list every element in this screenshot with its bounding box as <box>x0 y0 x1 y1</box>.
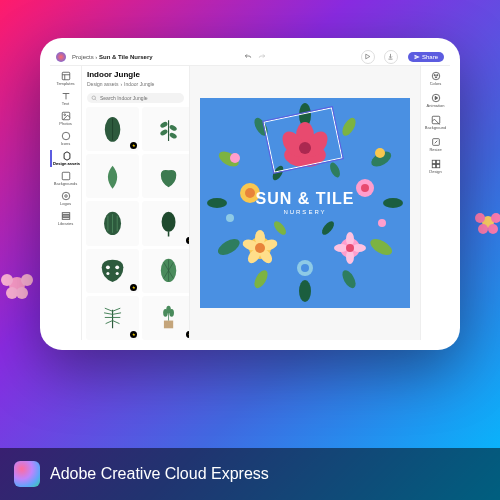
svg-rect-20 <box>62 218 70 220</box>
top-bar: Projects › Sun & Tile Nursery Share <box>50 48 450 66</box>
send-icon <box>414 54 420 60</box>
asset-item[interactable] <box>142 249 189 293</box>
asset-item[interactable] <box>142 296 189 340</box>
svg-point-26 <box>169 131 178 139</box>
svg-point-69 <box>346 232 354 246</box>
asset-item[interactable] <box>142 154 189 198</box>
undo-button[interactable] <box>244 53 252 61</box>
svg-rect-19 <box>62 215 70 217</box>
asset-item[interactable] <box>86 296 139 340</box>
rail-design-assets[interactable]: Design assets <box>50 150 81 167</box>
deco-flower-icon <box>466 200 500 244</box>
svg-point-46 <box>215 236 242 258</box>
rail-backgrounds[interactable]: Backgrounds <box>50 170 81 187</box>
rail-logos[interactable]: Logos <box>50 190 81 207</box>
svg-point-25 <box>159 128 168 136</box>
premium-badge-icon <box>130 142 137 149</box>
asset-item[interactable] <box>142 107 189 151</box>
svg-point-32 <box>116 272 119 275</box>
asset-item[interactable] <box>86 154 139 198</box>
svg-rect-93 <box>436 160 439 163</box>
brand-sub: NURSERY <box>256 209 355 215</box>
svg-point-81 <box>328 161 342 179</box>
svg-point-78 <box>226 214 234 222</box>
app-screen: Projects › Sun & Tile Nursery Share <box>50 48 450 340</box>
svg-point-8 <box>478 224 488 234</box>
canvas-brand-text[interactable]: SUN & TILE NURSERY <box>256 191 355 215</box>
promo-background: Projects › Sun & Tile Nursery Share <box>0 0 500 500</box>
svg-point-28 <box>162 212 176 232</box>
asset-item[interactable] <box>86 107 139 151</box>
breadcrumb[interactable]: Projects › Sun & Tile Nursery <box>72 54 153 60</box>
svg-point-44 <box>299 280 311 302</box>
svg-point-87 <box>435 77 436 78</box>
svg-point-58 <box>245 188 255 198</box>
redo-button[interactable] <box>258 53 266 61</box>
svg-point-37 <box>166 306 171 314</box>
premium-badge-icon <box>130 331 137 338</box>
preview-button[interactable] <box>361 50 375 64</box>
svg-rect-92 <box>432 160 435 163</box>
rail-text[interactable]: Text <box>50 90 81 107</box>
breadcrumb-root[interactable]: Projects <box>72 54 94 60</box>
svg-point-4 <box>16 287 28 299</box>
assets-breadcrumb[interactable]: Design assets › Indoor Jungle <box>87 81 184 87</box>
svg-point-13 <box>63 114 65 116</box>
canvas[interactable]: SUN & TILE NURSERY <box>200 98 410 308</box>
asset-item[interactable] <box>142 201 189 245</box>
left-rail: Templates Text Photos Icons Design asset… <box>50 66 82 340</box>
brand-main: SUN & TILE <box>256 191 355 207</box>
premium-badge-icon <box>186 331 189 338</box>
svg-point-79 <box>378 219 386 227</box>
svg-point-31 <box>106 272 109 275</box>
svg-point-73 <box>346 244 354 252</box>
svg-point-30 <box>115 266 119 270</box>
svg-point-43 <box>340 268 359 290</box>
rail-icons[interactable]: Icons <box>50 130 81 147</box>
svg-point-71 <box>346 250 354 264</box>
breadcrumb-current[interactable]: Sun & Tile Nursery <box>99 54 153 60</box>
svg-point-23 <box>159 121 168 129</box>
svg-point-72 <box>334 244 348 252</box>
download-button[interactable] <box>384 50 398 64</box>
svg-rect-95 <box>436 164 439 167</box>
app-logo-icon[interactable] <box>56 52 66 62</box>
svg-point-76 <box>230 153 240 163</box>
brand-bar: Adobe Creative Cloud Express <box>0 448 500 500</box>
svg-point-75 <box>301 264 309 272</box>
deco-flower-icon <box>0 260 42 310</box>
assets-search[interactable] <box>87 93 184 103</box>
svg-point-77 <box>375 148 385 158</box>
svg-point-1 <box>1 274 13 286</box>
rail-photos[interactable]: Photos <box>50 110 81 127</box>
right-rail-colors[interactable]: Colors <box>421 70 450 87</box>
rail-libraries[interactable]: Libraries <box>50 210 81 227</box>
svg-point-41 <box>383 198 403 208</box>
svg-point-21 <box>92 96 96 100</box>
product-name: Adobe Creative Cloud Express <box>50 465 269 483</box>
right-rail-background[interactable]: Background <box>421 114 450 131</box>
svg-point-84 <box>432 72 440 80</box>
svg-point-24 <box>169 124 178 132</box>
rail-templates[interactable]: Templates <box>50 70 81 87</box>
tablet-frame: Projects › Sun & Tile Nursery Share <box>40 38 460 350</box>
svg-rect-94 <box>432 164 435 167</box>
share-button[interactable]: Share <box>408 52 444 62</box>
search-icon <box>91 95 97 101</box>
canvas-area[interactable]: SUN & TILE NURSERY <box>190 66 420 340</box>
right-rail-resize[interactable]: Resize <box>421 136 450 153</box>
asset-item[interactable] <box>86 201 139 245</box>
right-rail-design[interactable]: Design <box>421 158 450 175</box>
right-rail-animation[interactable]: Animation <box>421 92 450 109</box>
svg-point-83 <box>320 219 336 236</box>
svg-point-17 <box>62 192 70 200</box>
svg-point-85 <box>434 75 435 76</box>
svg-point-39 <box>340 116 359 138</box>
svg-rect-11 <box>62 72 70 80</box>
svg-point-9 <box>488 224 498 234</box>
svg-point-70 <box>352 244 366 252</box>
svg-point-82 <box>272 219 288 236</box>
asset-item[interactable] <box>86 249 139 293</box>
search-input[interactable] <box>100 95 180 101</box>
svg-point-6 <box>475 213 485 223</box>
